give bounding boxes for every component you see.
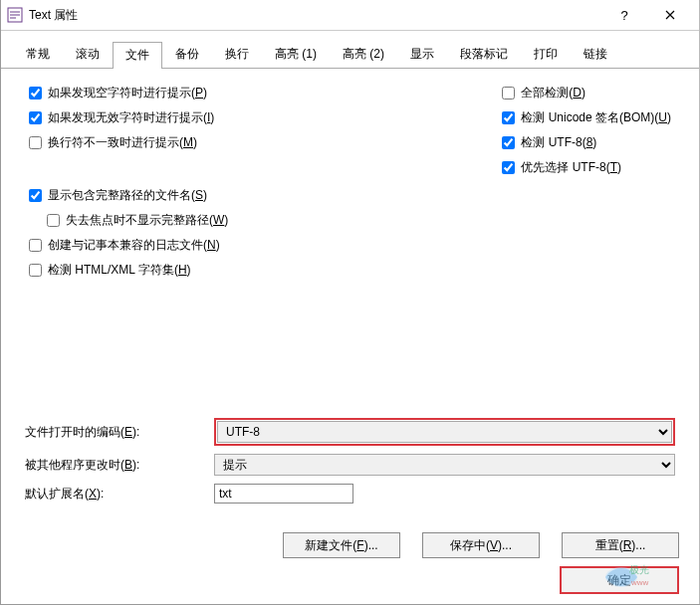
left-check-0[interactable]: 如果发现空字符时进行提示(P) (29, 85, 422, 101)
window-title: Text 属性 (29, 7, 601, 24)
tab-3[interactable]: 备份 (162, 41, 212, 68)
tab-0[interactable]: 常规 (13, 41, 63, 68)
left2-check-2-checkbox[interactable] (29, 239, 42, 252)
left-check-0-label: 如果发现空字符时进行提示(P) (48, 85, 207, 101)
left2-check-1-checkbox[interactable] (47, 214, 60, 227)
titlebar: Text 属性 ? (1, 0, 699, 31)
tab-2[interactable]: 文件 (113, 42, 162, 69)
tab-1[interactable]: 滚动 (63, 41, 113, 68)
tab-4[interactable]: 换行 (212, 41, 262, 68)
right-check-1[interactable]: 检测 Unicode 签名(BOM)(U) (502, 109, 671, 126)
right-check-2-label: 检测 UTF-8(8) (521, 134, 596, 151)
close-button[interactable] (647, 0, 693, 30)
left2-check-3-label: 检测 HTML/XML 字符集(H) (48, 262, 191, 279)
left2-check-2-label: 创建与记事本兼容的日志文件(N) (48, 237, 220, 254)
tab-8[interactable]: 段落标记 (447, 41, 521, 68)
ok-row: 确定 (1, 566, 679, 594)
close-icon (665, 10, 675, 20)
ok-button[interactable]: 确定 (560, 566, 679, 594)
right-check-1-checkbox[interactable] (502, 111, 515, 124)
right-check-0-label: 全部检测(D) (521, 85, 585, 101)
left-check-1-checkbox[interactable] (29, 111, 42, 124)
tab-7[interactable]: 显示 (397, 41, 447, 68)
tab-10[interactable]: 链接 (571, 41, 620, 68)
left-check-1[interactable]: 如果发现无效字符时进行提示(I) (29, 109, 422, 126)
row-modified-by-other: 被其他程序更改时(B): 提示 (25, 454, 675, 476)
tab-5[interactable]: 高亮 (1) (262, 41, 330, 68)
row-open-encoding: 文件打开时的编码(E): UTF-8 (25, 418, 675, 446)
label-modified-by-other: 被其他程序更改时(B): (25, 457, 214, 474)
left2-check-0[interactable]: 显示包含完整路径的文件名(S) (29, 187, 422, 204)
dialog-window: Text 属性 ? 常规滚动文件备份换行高亮 (1)高亮 (2)显示段落标记打印… (0, 0, 700, 605)
right-check-3[interactable]: 优先选择 UTF-8(T) (502, 159, 671, 176)
right-check-0[interactable]: 全部检测(D) (502, 85, 671, 101)
new-file-button[interactable]: 新建文件(F)... (283, 532, 400, 558)
right-check-3-label: 优先选择 UTF-8(T) (521, 159, 621, 176)
left-check-2[interactable]: 换行符不一致时进行提示(M) (29, 134, 422, 151)
form-section: 文件打开时的编码(E): UTF-8 被其他程序更改时(B): 提示 (25, 418, 675, 504)
left-column: 如果发现空字符时进行提示(P)如果发现无效字符时进行提示(I)换行符不一致时进行… (29, 85, 422, 279)
right-check-3-checkbox[interactable] (502, 161, 515, 174)
left2-check-2[interactable]: 创建与记事本兼容的日志文件(N) (29, 237, 422, 254)
button-row: 新建文件(F)... 保存中(V)... 重置(R)... (1, 532, 679, 558)
left2-check-0-checkbox[interactable] (29, 189, 42, 202)
left-check-0-checkbox[interactable] (29, 87, 42, 100)
left2-check-0-label: 显示包含完整路径的文件名(S) (48, 187, 207, 204)
reset-button[interactable]: 重置(R)... (562, 532, 679, 558)
right-check-2[interactable]: 检测 UTF-8(8) (502, 134, 671, 151)
right-check-0-checkbox[interactable] (502, 87, 515, 100)
left-check-2-checkbox[interactable] (29, 136, 42, 149)
select-modified-by-other[interactable]: 提示 (214, 454, 675, 476)
saving-button[interactable]: 保存中(V)... (422, 532, 540, 558)
left2-check-3-checkbox[interactable] (29, 264, 42, 277)
tab-9[interactable]: 打印 (521, 41, 571, 68)
right-check-1-label: 检测 Unicode 签名(BOM)(U) (521, 109, 671, 126)
label-default-extension: 默认扩展名(X): (25, 486, 214, 503)
input-default-extension[interactable] (214, 484, 353, 504)
left2-check-3[interactable]: 检测 HTML/XML 字符集(H) (29, 262, 422, 279)
tab-strip: 常规滚动文件备份换行高亮 (1)高亮 (2)显示段落标记打印链接 (1, 31, 699, 69)
app-icon (7, 7, 23, 23)
left2-check-1[interactable]: 失去焦点时不显示完整路径(W) (47, 212, 422, 229)
highlight-encoding: UTF-8 (214, 418, 675, 446)
label-open-encoding: 文件打开时的编码(E): (25, 424, 214, 441)
right-check-2-checkbox[interactable] (502, 136, 515, 149)
help-button[interactable]: ? (601, 0, 647, 30)
left-check-1-label: 如果发现无效字符时进行提示(I) (48, 109, 214, 126)
tab-content-file: 如果发现空字符时进行提示(P)如果发现无效字符时进行提示(I)换行符不一致时进行… (1, 69, 699, 287)
select-open-encoding[interactable]: UTF-8 (217, 421, 672, 443)
left-check-2-label: 换行符不一致时进行提示(M) (48, 134, 197, 151)
right-column: 全部检测(D)检测 Unicode 签名(BOM)(U)检测 UTF-8(8)优… (502, 85, 671, 279)
row-default-extension: 默认扩展名(X): (25, 484, 675, 504)
left2-check-1-label: 失去焦点时不显示完整路径(W) (66, 212, 228, 229)
tab-6[interactable]: 高亮 (2) (330, 41, 397, 68)
